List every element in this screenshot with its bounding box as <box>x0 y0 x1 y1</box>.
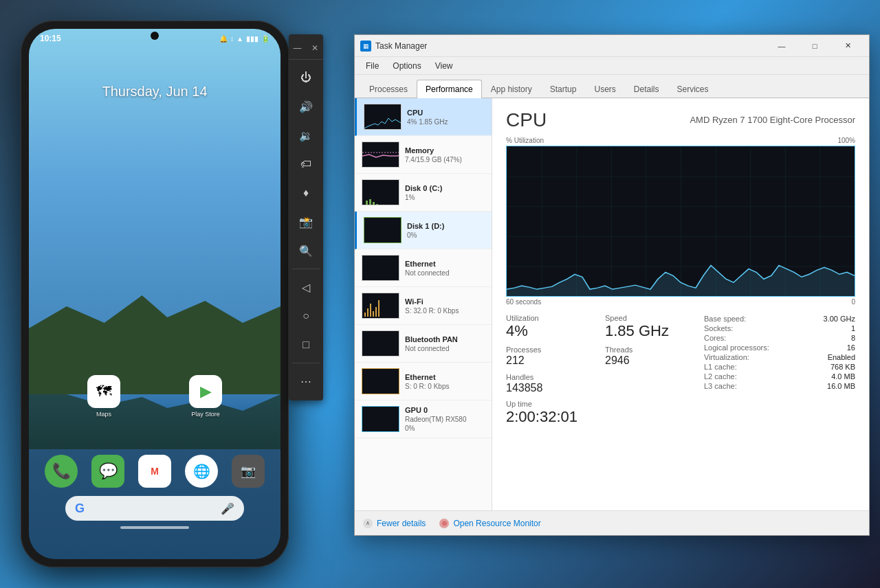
window-close-button[interactable]: ✕ <box>832 37 864 55</box>
tab-details[interactable]: Details <box>625 80 668 98</box>
chrome-app[interactable]: 🌐 <box>185 455 218 488</box>
close-button[interactable]: ✕ <box>309 43 320 54</box>
cores-label: Cores: <box>704 334 726 342</box>
tag-button[interactable]: 🏷 <box>292 150 320 178</box>
volume-up-button[interactable]: 🔊 <box>292 93 320 120</box>
camera-button[interactable]: 📸 <box>292 208 320 236</box>
battery-icon: 🔋 <box>261 35 270 43</box>
logical-label: Logical processors: <box>704 343 769 352</box>
home-indicator[interactable] <box>120 526 189 529</box>
mic-icon[interactable]: 🎤 <box>221 502 234 515</box>
ethernet-sub: Not connected <box>405 269 485 277</box>
camera-app[interactable]: 📷 <box>232 455 265 488</box>
view-menu[interactable]: View <box>430 60 459 72</box>
sidebar-item-cpu[interactable]: CPU 4% 1.85 GHz <box>355 98 492 136</box>
disk1-mini-graph <box>364 218 402 243</box>
memory-name: Memory <box>405 146 485 155</box>
sidebar-item-disk0[interactable]: Disk 0 (C:) 1% <box>355 174 492 212</box>
maps-app-icon[interactable]: 🗺 Maps <box>87 375 120 408</box>
disk0-thumbnail <box>362 179 399 205</box>
tab-services[interactable]: Services <box>668 80 718 98</box>
processes-label: Processes <box>506 346 591 354</box>
utilization-value: 4% <box>506 322 591 340</box>
phone-status-icons: 🔔 ↕ ▲ ▮▮▮ 🔋 <box>219 35 270 43</box>
zoom-button[interactable]: 🔍 <box>292 237 320 264</box>
messages-app[interactable]: 💬 <box>91 455 124 488</box>
power-button[interactable]: ⏻ <box>292 64 320 91</box>
content-area: CPU 4% 1.85 GHz Memory 7.4/15.9 GB (47%) <box>355 98 869 510</box>
sidebar-item-wifi[interactable]: Wi-Fi S: 32.0 R: 0 Kbps <box>355 287 492 325</box>
fewer-details-link[interactable]: ∧ Fewer details <box>363 519 426 528</box>
menubar: File Options View <box>355 57 869 75</box>
spec-l1: L1 cache: 768 KB <box>704 362 855 372</box>
cpu-stats-grid: Utilization 4% Speed 1.85 GHz Processes … <box>506 314 690 394</box>
cpu-graph-container: % Utilization 100% <box>506 137 855 306</box>
gpu0-sub2: 0% <box>405 425 485 432</box>
svg-rect-9 <box>378 300 380 317</box>
tab-performance[interactable]: Performance <box>417 80 482 98</box>
threads-label: Threads <box>605 346 690 354</box>
tab-startup[interactable]: Startup <box>541 80 586 98</box>
svg-rect-5 <box>367 308 368 317</box>
playstore-label: Play Store <box>191 411 220 418</box>
phone-wallpaper <box>29 243 280 449</box>
gmail-app[interactable]: M <box>138 455 171 488</box>
volume-down-button[interactable]: 🔉 <box>292 122 320 149</box>
playstore-app-icon[interactable]: ▶ Play Store <box>189 375 222 408</box>
back-button[interactable]: ◁ <box>292 273 320 301</box>
cpu-stats-left: Utilization 4% Speed 1.85 GHz Processes … <box>506 314 690 426</box>
gpu0-name: GPU 0 <box>405 406 485 414</box>
options-menu[interactable]: Options <box>387 60 426 72</box>
title-left: ▦ Task Manager <box>360 41 427 52</box>
uptime-label: Up time <box>506 400 690 408</box>
threads-value: 2946 <box>605 354 690 367</box>
sidebar-item-memory[interactable]: Memory 7.4/15.9 GB (47%) <box>355 136 492 174</box>
l3-label: L3 cache: <box>704 382 737 390</box>
base-speed-value: 3.00 GHz <box>824 315 855 323</box>
bluetooth-info: Bluetooth PAN Not connected <box>405 335 485 352</box>
graph-y-label: % Utilization <box>506 137 544 144</box>
phone-search-bar[interactable]: G 🎤 <box>65 496 244 521</box>
more-button[interactable]: ⋯ <box>292 368 320 395</box>
tab-processes[interactable]: Processes <box>360 80 417 98</box>
file-menu[interactable]: File <box>360 60 384 72</box>
phone-display: 10:15 🔔 ↕ ▲ ▮▮▮ 🔋 Thursday, Jun 14 <box>29 29 280 559</box>
window-maximize-button[interactable]: □ <box>799 37 830 55</box>
signal-icon: ▮▮▮ <box>246 35 258 43</box>
chevron-up-icon: ∧ <box>363 519 373 528</box>
minimize-button[interactable]: — <box>292 43 303 54</box>
recents-button[interactable]: □ <box>292 331 320 359</box>
ethernet-mini-graph <box>362 256 399 281</box>
sidebar-item-disk1[interactable]: Disk 1 (D:) 0% <box>355 212 492 249</box>
gpu0-sub: Radeon(TM) RX580 <box>405 416 485 423</box>
window-minimize-button[interactable]: — <box>766 37 798 55</box>
sidebar-item-bluetooth[interactable]: Bluetooth PAN Not connected <box>355 325 492 363</box>
phone-app[interactable]: 📞 <box>45 455 78 488</box>
l2-value: 4.0 MB <box>831 372 855 381</box>
toolbar-divider2 <box>292 363 320 363</box>
sidebar-item-ethernet2[interactable]: Ethernet S: 0 R: 0 Kbps <box>355 363 492 400</box>
graph-time-end: 0 <box>851 298 855 306</box>
sockets-label: Sockets: <box>704 324 733 332</box>
home-button[interactable]: ○ <box>292 302 320 330</box>
phone-camera <box>151 32 159 40</box>
taskmanager-icon: ▦ <box>360 41 371 52</box>
sync-icon: ↕ <box>230 35 234 43</box>
svg-rect-4 <box>364 313 366 317</box>
toolbar-top-controls: — ✕ <box>289 40 323 60</box>
diamond-button[interactable]: ♦ <box>292 179 320 207</box>
handles-value: 143858 <box>506 381 591 394</box>
open-monitor-link[interactable]: ◎ Open Resource Monitor <box>439 519 540 528</box>
search-spacer <box>90 508 215 509</box>
spec-l3: L3 cache: 16.0 MB <box>704 381 855 391</box>
disk1-sub: 0% <box>407 231 485 239</box>
tab-app-history[interactable]: App history <box>482 80 541 98</box>
disk0-mini-graph <box>362 180 399 205</box>
sidebar-item-ethernet[interactable]: Ethernet Not connected <box>355 249 492 287</box>
fewer-details-label: Fewer details <box>377 519 426 528</box>
memory-mini-graph <box>362 142 399 168</box>
tab-users[interactable]: Users <box>585 80 624 98</box>
sidebar-item-gpu0[interactable]: GPU 0 Radeon(TM) RX580 0% <box>355 400 492 438</box>
phone-desktop-icons: 🗺 Maps ▶ Play Store <box>29 375 280 408</box>
tabs-bar: Processes Performance App history Startu… <box>355 75 869 98</box>
